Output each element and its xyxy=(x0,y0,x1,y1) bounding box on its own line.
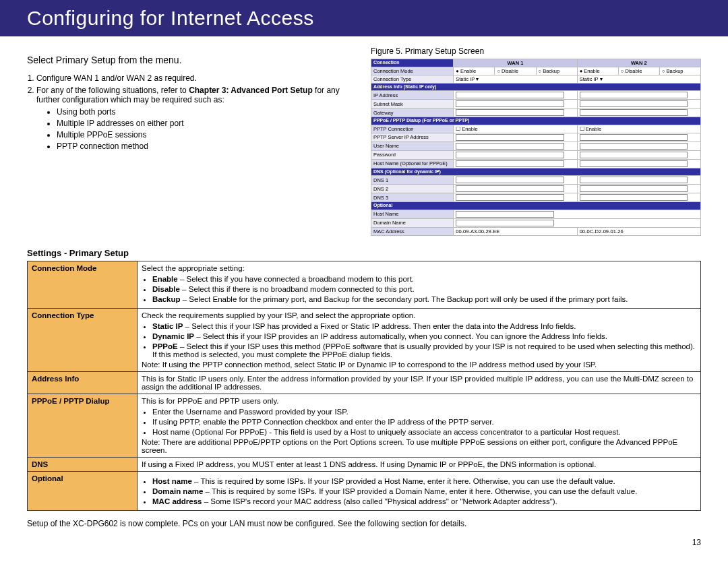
radio-backup-wan2[interactable] xyxy=(662,68,667,74)
gw-wan2[interactable] xyxy=(580,109,688,116)
subnet-wan1[interactable] xyxy=(456,100,564,107)
footer-note: Setup of the XC-DPG602 is now complete. … xyxy=(27,519,701,528)
row-label: DNS xyxy=(28,457,138,471)
subnet-wan2[interactable] xyxy=(580,100,688,107)
select-conn-type-wan1[interactable]: Static IP xyxy=(456,76,475,82)
step-1: Configure WAN 1 and/or WAN 2 as required… xyxy=(36,73,357,83)
row-label: Address Info xyxy=(28,371,138,394)
page-number: 13 xyxy=(27,538,701,547)
page-title: Configuring for Internet Access xyxy=(27,7,314,29)
select-conn-type-wan2[interactable]: Static IP xyxy=(580,76,599,82)
row-body: This is for PPPoE and PPTP users only. E… xyxy=(138,394,701,457)
settings-table-heading: Settings - Primary Setup xyxy=(27,248,701,258)
radio-disable-wan1[interactable] xyxy=(497,68,502,74)
row-label: Connection Mode xyxy=(28,261,138,308)
row-label: PPPoE / PPTP Dialup xyxy=(28,394,138,457)
content-area: Select Primary Setup from the menu. Conf… xyxy=(0,36,728,561)
figure-column: Figure 5. Primary Setup Screen Connectio… xyxy=(371,46,701,236)
sub-bullet: Multiple IP addresses on either port xyxy=(57,119,357,128)
gw-wan1[interactable] xyxy=(456,109,564,116)
ip-wan2[interactable] xyxy=(580,92,688,98)
row-body: Check the requirements supplied by your … xyxy=(138,308,701,371)
sub-bullet: Multiple PPPoE sessions xyxy=(57,130,357,139)
ip-wan1[interactable] xyxy=(456,92,564,98)
row-label: Optional xyxy=(28,471,138,510)
row-label: Connection Type xyxy=(28,308,138,371)
row-body: This is for Static IP users only. Enter … xyxy=(138,371,701,394)
sub-bullet: Using both ports xyxy=(57,107,357,117)
page-header: Configuring for Internet Access xyxy=(0,0,728,36)
row-body: If using a Fixed IP address, you MUST en… xyxy=(138,457,701,471)
figure-caption: Figure 5. Primary Setup Screen xyxy=(371,46,701,56)
settings-table: Connection Mode Select the appropriate s… xyxy=(27,261,701,511)
sub-bullet: PPTP connection method xyxy=(57,142,357,151)
row-body: Host name – This is required by some ISP… xyxy=(138,471,701,510)
instructions-column: Select Primary Setup from the menu. Conf… xyxy=(27,46,357,236)
step-2: For any of the following situations, ref… xyxy=(36,86,357,151)
primary-setup-screenshot: Connection WAN 1 WAN 2 Connection Mode E… xyxy=(371,59,701,236)
row-body: Select the appropriate setting: Enable –… xyxy=(138,261,701,308)
radio-enable-wan1[interactable] xyxy=(456,68,460,74)
pptp-check-wan2[interactable] xyxy=(580,126,586,132)
lead-text: Select Primary Setup from the menu. xyxy=(27,55,357,65)
pptp-check-wan1[interactable] xyxy=(456,126,462,132)
